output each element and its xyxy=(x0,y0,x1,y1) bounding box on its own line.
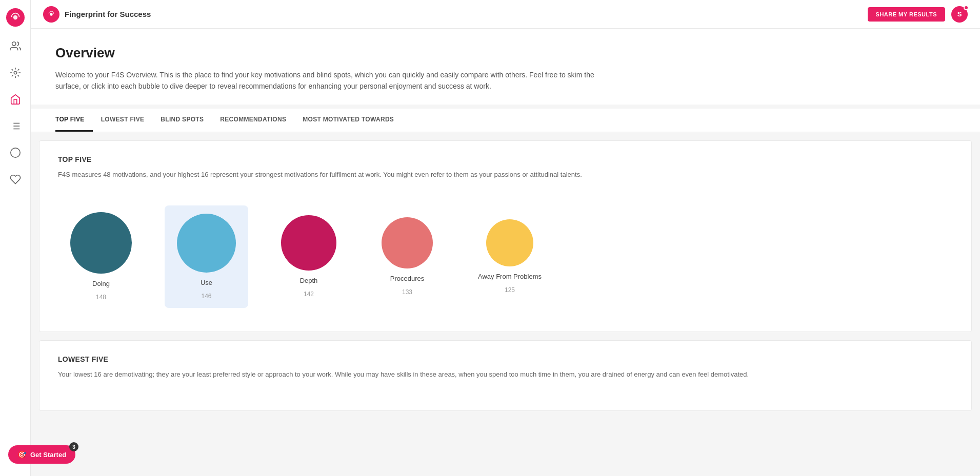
overview-description: Welcome to your F4S Overview. This is th… xyxy=(55,69,619,92)
get-started-badge: 3 xyxy=(69,442,78,451)
bubble-depth[interactable]: Depth 142 xyxy=(269,207,349,306)
get-started-button[interactable]: 🎯 Get Started 3 xyxy=(8,445,75,464)
tab-blind-spots[interactable]: BLIND SPOTS xyxy=(152,109,212,132)
bubble-procedures[interactable]: Procedures 133 xyxy=(369,209,445,304)
top-five-section: TOP FIVE F4S measures 48 motivations, an… xyxy=(39,140,972,333)
tab-navigation: TOP FIVE LOWEST FIVE BLIND SPOTS RECOMME… xyxy=(31,109,980,132)
svg-point-10 xyxy=(50,13,52,15)
bubble-away-label: Away From Problems xyxy=(478,273,542,280)
get-started-icon: 🎯 xyxy=(17,450,26,459)
bubble-away-circle xyxy=(486,219,533,266)
bubble-depth-circle xyxy=(281,215,336,271)
tab-most-motivated[interactable]: MOST MOTIVATED TOWARDS xyxy=(294,109,402,132)
top-five-description: F4S measures 48 motivations, and your hi… xyxy=(58,170,953,180)
sidebar-item-heart[interactable] xyxy=(8,172,23,187)
bubble-away-value: 125 xyxy=(505,286,515,294)
tab-top-five[interactable]: TOP FIVE xyxy=(55,109,93,132)
header-logo xyxy=(43,6,59,23)
header-right: SHARE MY RESULTS S xyxy=(868,6,968,23)
sidebar-item-circle[interactable] xyxy=(8,146,23,160)
header: Fingerprint for Success SHARE MY RESULTS… xyxy=(31,0,980,29)
bubble-use-label: Use xyxy=(201,279,212,286)
bubble-procedures-circle xyxy=(382,217,433,268)
notification-dot xyxy=(964,5,969,10)
main-content: Fingerprint for Success SHARE MY RESULTS… xyxy=(31,0,980,476)
lowest-five-description: Your lowest 16 are demotivating; they ar… xyxy=(58,369,953,380)
bubble-procedures-value: 133 xyxy=(402,288,412,296)
bubble-away-from-problems[interactable]: Away From Problems 125 xyxy=(466,211,554,302)
bubble-use-value: 146 xyxy=(201,293,211,300)
bubble-doing[interactable]: Doing 148 xyxy=(58,204,144,309)
bubble-doing-value: 148 xyxy=(96,294,106,301)
svg-point-0 xyxy=(13,15,17,19)
tab-recommendations[interactable]: RECOMMENDATIONS xyxy=(212,109,294,132)
bubbles-container: Doing 148 Use 146 Depth 142 xyxy=(58,196,953,317)
svg-point-9 xyxy=(10,148,19,157)
overview-section: Overview Welcome to your F4S Overview. T… xyxy=(31,29,980,105)
bubble-depth-label: Depth xyxy=(300,277,318,284)
tab-lowest-five[interactable]: LOWEST FIVE xyxy=(93,109,153,132)
share-results-button[interactable]: SHARE MY RESULTS xyxy=(868,7,945,22)
sidebar-item-people[interactable] xyxy=(8,39,23,53)
header-brand: Fingerprint for Success xyxy=(43,6,151,23)
sidebar-item-list[interactable] xyxy=(8,119,23,133)
page-content: Overview Welcome to your F4S Overview. T… xyxy=(31,29,980,411)
lowest-five-section: LOWEST FIVE Your lowest 16 are demotivat… xyxy=(39,340,972,411)
top-five-title: TOP FIVE xyxy=(58,155,953,163)
bubble-use[interactable]: Use 146 xyxy=(165,205,248,308)
bubble-use-circle xyxy=(177,214,236,273)
page-title: Overview xyxy=(55,45,955,61)
header-title: Fingerprint for Success xyxy=(65,10,151,18)
user-avatar[interactable]: S xyxy=(951,6,968,23)
bubble-procedures-label: Procedures xyxy=(390,275,424,282)
bubble-doing-label: Doing xyxy=(92,280,110,287)
lowest-five-title: LOWEST FIVE xyxy=(58,355,953,363)
svg-point-1 xyxy=(12,42,15,46)
sidebar-item-wheel[interactable] xyxy=(8,66,23,80)
sidebar xyxy=(0,0,31,476)
sidebar-logo[interactable] xyxy=(6,8,25,27)
get-started-label: Get Started xyxy=(30,451,66,459)
bubble-depth-value: 142 xyxy=(304,291,314,298)
bubble-doing-circle xyxy=(70,212,132,274)
svg-point-2 xyxy=(14,71,17,74)
sidebar-item-home[interactable] xyxy=(8,92,23,107)
